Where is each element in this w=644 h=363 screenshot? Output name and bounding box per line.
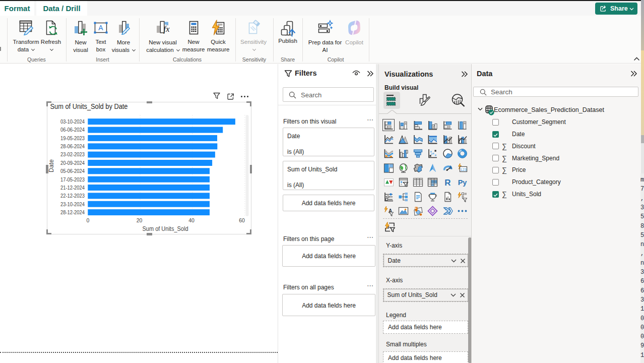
- svg-text:03-10-2024: 03-10-2024: [60, 118, 85, 125]
- svg-text:Date: Date: [48, 159, 55, 172]
- svg-text:40: 40: [188, 217, 195, 223]
- svg-text:23-10-2024: 23-10-2024: [60, 201, 85, 207]
- svg-text:A: A: [98, 24, 103, 32]
- svg-text:Py: Py: [458, 178, 467, 187]
- svg-text:06-06-2024: 06-06-2024: [60, 127, 85, 133]
- svg-text:21-12-2024: 21-12-2024: [60, 185, 85, 191]
- svg-text:19-05-2023: 19-05-2023: [60, 135, 85, 141]
- svg-text:fx: fx: [163, 24, 170, 34]
- svg-text:20-09-2024: 20-09-2024: [60, 160, 85, 166]
- svg-text:R: R: [444, 178, 450, 188]
- svg-text:20: 20: [137, 217, 143, 223]
- svg-text:05-06-2024: 05-06-2024: [60, 168, 85, 174]
- svg-text:22-12-2023: 22-12-2023: [60, 193, 85, 199]
- svg-text:123: 123: [460, 167, 467, 172]
- svg-text:28-06-2024: 28-06-2024: [60, 143, 85, 149]
- svg-text:17-05-2023: 17-05-2023: [60, 176, 85, 183]
- svg-text:Sum of Units_Sold by Date: Sum of Units_Sold by Date: [50, 102, 128, 110]
- svg-text:60: 60: [239, 217, 245, 223]
- svg-text:Sum of Units_Sold: Sum of Units_Sold: [143, 225, 188, 232]
- svg-text:0: 0: [86, 217, 89, 223]
- svg-text:28-12-2024: 28-12-2024: [60, 209, 85, 215]
- svg-text:23-02-2023: 23-02-2023: [60, 151, 85, 157]
